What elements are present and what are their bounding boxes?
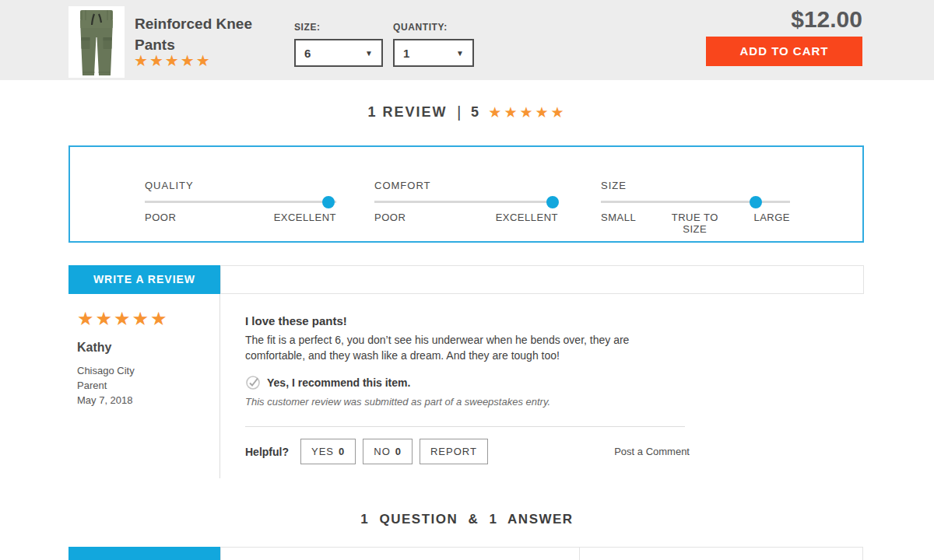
recommend-text: Yes, I recommend this item. [267, 376, 410, 389]
helpful-yes-button[interactable]: YES0 [300, 439, 356, 464]
no-count: 0 [395, 446, 402, 457]
quality-slider-track [145, 201, 336, 203]
size-slider-label: SIZE [601, 180, 790, 191]
report-button[interactable]: REPORT [420, 439, 488, 464]
quantity-field-group: QUANTITY: 1 ▼ [393, 22, 474, 67]
product-review-page: Reinforced Knee Pants ★★★★★ SIZE: 6 ▼ QU… [0, 0, 934, 560]
review-summary-heading: 1 REVIEW | 5 ★★★★★ [0, 102, 934, 121]
write-review-button[interactable]: WRITE A REVIEW [68, 265, 220, 294]
product-header-bar: Reinforced Knee Pants ★★★★★ SIZE: 6 ▼ QU… [0, 0, 934, 80]
quality-slider-handle[interactable] [322, 196, 335, 208]
size-slider-track [601, 201, 790, 203]
quality-scale-max: EXCELLENT [274, 212, 336, 223]
size-slider-handle[interactable] [750, 196, 762, 208]
comfort-slider: COMFORT POOR EXCELLENT [374, 180, 558, 223]
review-content-column: I love these pants! The fit is a perfect… [245, 294, 690, 464]
comfort-slider-handle[interactable] [546, 196, 559, 208]
reviewer-role: Parent [77, 378, 212, 393]
review-toolbar-bar [220, 265, 864, 294]
ask-question-button[interactable] [68, 547, 220, 560]
qa-toolbar-divider [579, 548, 580, 560]
add-to-cart-button[interactable]: ADD TO CART [706, 37, 862, 66]
review-summary-stars: ★★★★★ [488, 104, 566, 121]
helpful-label: Helpful? [245, 446, 289, 458]
yes-count: 0 [339, 446, 345, 457]
size-scale-min: SMALL [601, 212, 636, 235]
qa-heading: 1 QUESTION & 1 ANSWER [0, 512, 934, 527]
size-field-group: SIZE: 6 ▼ [294, 22, 383, 67]
comfort-slider-track [374, 201, 558, 203]
comfort-scale-max: EXCELLENT [496, 212, 558, 223]
product-rating-stars: ★★★★★ [134, 51, 212, 70]
helpful-row: Helpful? YES0 NO0 REPORT Post a Comment [245, 439, 690, 464]
review-date: May 7, 2018 [77, 393, 212, 408]
size-select[interactable]: 6 ▼ [294, 39, 383, 67]
review-divider [245, 426, 685, 427]
heading-separator: | [457, 103, 461, 121]
quality-scale-min: POOR [145, 212, 176, 223]
size-label: SIZE: [294, 22, 383, 33]
product-thumbnail[interactable] [68, 6, 125, 78]
recommend-row: Yes, I recommend this item. [245, 375, 690, 390]
review-title: I love these pants! [245, 314, 690, 327]
product-title: Reinforced Knee Pants [135, 13, 279, 55]
review-count: 1 REVIEW [367, 104, 447, 120]
cargo-pants-image [68, 6, 125, 78]
quantity-select[interactable]: 1 ▼ [393, 39, 474, 67]
review-score: 5 [471, 104, 479, 120]
reviewer-location: Chisago City [77, 363, 212, 378]
quantity-selected-value: 1 [403, 47, 409, 60]
quality-slider: QUALITY POOR EXCELLENT [145, 180, 336, 223]
size-slider: SIZE SMALL TRUE TO SIZE LARGE [601, 180, 790, 235]
post-comment-link[interactable]: Post a Comment [614, 446, 690, 457]
chevron-down-icon: ▼ [456, 49, 464, 58]
size-selected-value: 6 [304, 47, 311, 60]
quantity-label: QUANTITY: [393, 22, 474, 33]
review-stars: ★★★★★ [77, 308, 212, 330]
rating-sliders-panel: QUALITY POOR EXCELLENT COMFORT POOR EXCE… [68, 145, 864, 243]
quality-slider-label: QUALITY [145, 180, 336, 191]
product-price: $12.00 [669, 6, 862, 33]
chevron-down-icon: ▼ [365, 49, 373, 58]
comfort-slider-label: COMFORT [374, 180, 558, 191]
size-scale-mid: TRUE TO SIZE [665, 212, 725, 235]
review-body: The fit is a perfect 6, you don’t see hi… [245, 332, 669, 363]
sweepstakes-note: This customer review was submitted as pa… [245, 396, 690, 408]
reviewer-name: Kathy [77, 341, 212, 355]
qa-toolbar-bar [220, 547, 863, 560]
helpful-no-button[interactable]: NO0 [363, 439, 413, 464]
size-scale-max: LARGE [753, 212, 790, 235]
comfort-scale-min: POOR [374, 212, 406, 223]
reviewer-info-column: ★★★★★ Kathy Chisago City Parent May 7, 2… [68, 294, 220, 478]
checkmark-circle-icon [245, 375, 261, 390]
